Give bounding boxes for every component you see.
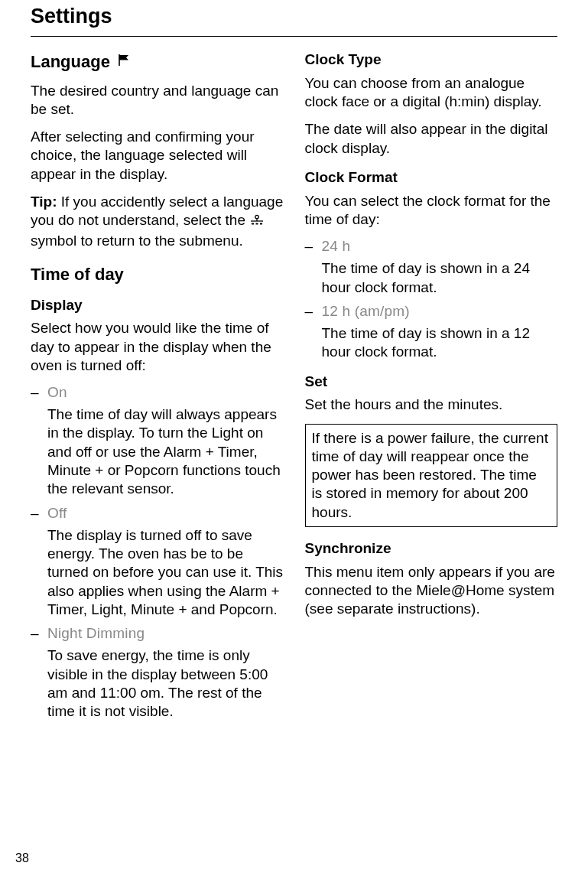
display-options-list: On The time of day will always appears i…	[31, 384, 284, 721]
power-failure-note: If there is a power failure, the current…	[305, 424, 558, 528]
heading-language: Language	[31, 50, 284, 73]
heading-synchronize: Synchronize	[305, 539, 558, 558]
page-number: 38	[15, 851, 29, 865]
svg-rect-4	[256, 223, 258, 225]
set-p1: Set the hours and the minutes.	[305, 396, 558, 414]
heading-language-text: Language	[31, 52, 110, 71]
display-option-night-dimming: Night Dimming To save energy, the time i…	[31, 625, 284, 721]
display-option-off: Off The display is turned off to save en…	[31, 505, 284, 620]
option-label: 12 h (am/pm)	[322, 303, 410, 319]
clock-format-options-list: 24 h The time of day is shown in a 24 ho…	[305, 238, 558, 361]
synchronize-p1: This menu item only appears if you are c…	[305, 563, 558, 619]
menu-symbol-icon	[249, 213, 265, 231]
clock-format-option-12h: 12 h (am/pm) The time of day is shown in…	[305, 303, 558, 362]
heading-set: Set	[305, 373, 558, 392]
svg-rect-5	[260, 223, 262, 225]
heading-time-of-day: Time of day	[31, 264, 284, 285]
option-label: On	[47, 384, 67, 400]
language-tip: Tip: If you accidently select a language…	[31, 193, 284, 250]
svg-rect-3	[252, 223, 254, 225]
clock-format-intro: You can select the clock format for the …	[305, 192, 558, 230]
heading-clock-format: Clock Format	[305, 168, 558, 187]
page-title: Settings	[31, 0, 557, 37]
heading-clock-type: Clock Type	[305, 50, 558, 70]
heading-display: Display	[31, 296, 284, 315]
right-column: Clock Type You can choose from an analog…	[305, 50, 558, 728]
tip-text-after: symbol to return to the submenu.	[31, 233, 243, 249]
option-desc: To save energy, the time is only visible…	[47, 646, 284, 721]
language-paragraph-2: After selecting and confirming your choi…	[31, 128, 284, 184]
content-columns: Language The desired country and languag…	[31, 50, 557, 728]
display-intro: Select how you would like the time of da…	[31, 319, 284, 375]
display-option-on: On The time of day will always appears i…	[31, 384, 284, 499]
left-column: Language The desired country and languag…	[31, 50, 284, 728]
clock-format-option-24h: 24 h The time of day is shown in a 24 ho…	[305, 238, 558, 297]
clock-type-p1: You can choose from an analogue clock fa…	[305, 74, 558, 112]
option-label: Off	[47, 505, 67, 521]
option-label: 24 h	[322, 238, 351, 254]
option-desc: The display is turned off to save energy…	[47, 526, 284, 620]
language-paragraph-1: The desired country and language can be …	[31, 82, 284, 119]
option-label: Night Dimming	[47, 625, 145, 641]
flag-icon	[118, 50, 131, 72]
option-desc: The time of day will always appears in t…	[47, 405, 284, 499]
option-desc: The time of day is shown in a 12 hour cl…	[322, 324, 558, 362]
option-desc: The time of day is shown in a 24 hour cl…	[322, 259, 558, 297]
page: Settings Language The desired country an…	[0, 0, 588, 879]
clock-type-p2: The date will also appear in the digital…	[305, 120, 558, 158]
tip-label: Tip:	[31, 194, 57, 210]
svg-point-0	[255, 216, 258, 219]
tip-text-before: If you accidently select a language you …	[31, 194, 283, 228]
